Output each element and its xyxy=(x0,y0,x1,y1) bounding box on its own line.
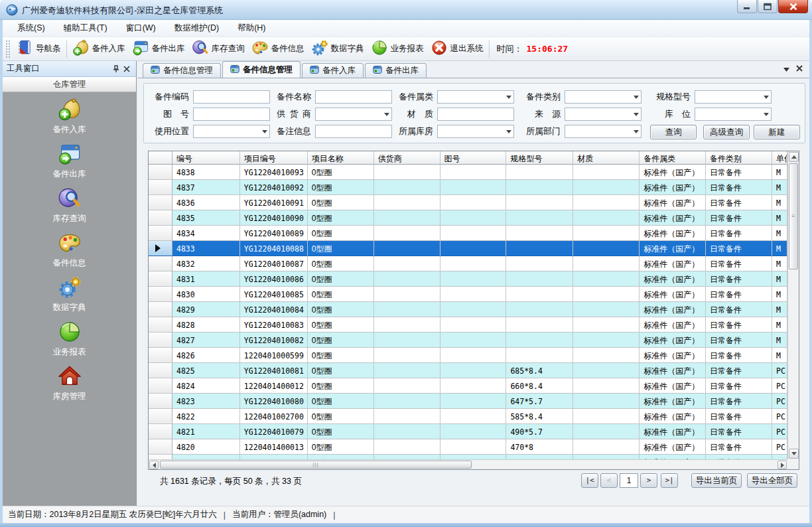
row-selector-cell[interactable] xyxy=(149,165,172,180)
row-selector-cell[interactable] xyxy=(149,226,172,241)
minimize-button[interactable] xyxy=(737,0,757,13)
new-button[interactable]: 新建 xyxy=(754,125,800,139)
table-row[interactable]: 4830YG122040100850型圈标准件（国产）日常备件M xyxy=(149,287,787,302)
horizontal-scroll-thumb[interactable]: ||| xyxy=(160,461,472,469)
column-header[interactable]: 编号 xyxy=(172,151,240,165)
export-current-page-button[interactable]: 导出当前页 xyxy=(691,473,742,488)
table-row[interactable]: 4832YG122040100870型圈标准件（国产）日常备件M xyxy=(149,256,787,271)
search-select[interactable] xyxy=(315,108,392,121)
sidebar-item-5[interactable]: 数据字典 xyxy=(3,275,136,311)
toolbar-button[interactable]: 导航条 xyxy=(13,39,64,59)
search-select[interactable] xyxy=(565,125,642,138)
row-selector-cell[interactable] xyxy=(149,439,172,455)
column-header[interactable]: 图号 xyxy=(440,151,507,165)
tab-1[interactable]: 备件信息管理 xyxy=(143,63,221,78)
column-header[interactable]: 材质 xyxy=(573,151,640,165)
row-selector-cell[interactable] xyxy=(149,210,172,226)
row-selector-cell[interactable] xyxy=(149,180,172,195)
toolbar-button[interactable]: 备件入库 xyxy=(69,39,129,59)
row-selector-cell[interactable] xyxy=(149,241,172,256)
next-page-button[interactable]: > xyxy=(640,473,657,488)
row-selector-cell[interactable] xyxy=(149,195,172,210)
table-row[interactable]: 482412204014000120型圈660*8.4标准件（国产）日常备件PC xyxy=(149,378,787,394)
column-header[interactable]: 备件类别 xyxy=(706,151,772,165)
row-selector-cell[interactable] xyxy=(149,256,172,271)
search-select[interactable] xyxy=(193,125,270,138)
row-selector-cell[interactable] xyxy=(149,333,172,348)
table-row[interactable]: 4823YG122040100800型圈647*5.7标准件（国产）日常备件PC xyxy=(149,394,787,409)
table-row[interactable]: 4838YG122040100930型圈标准件（国产）日常备件M xyxy=(149,165,787,180)
tab-scroll-down-icon[interactable] xyxy=(783,64,789,74)
row-selector-cell[interactable] xyxy=(149,287,172,302)
search-select[interactable] xyxy=(437,90,514,104)
search-select[interactable] xyxy=(437,125,514,138)
table-row[interactable]: 4829YG122040100840型圈标准件（国产）日常备件M xyxy=(149,302,787,317)
table-row[interactable]: 4827YG122040100820型圈标准件（国产）日常备件M xyxy=(149,333,787,348)
column-header[interactable]: 项目编号 xyxy=(240,151,308,165)
search-select[interactable] xyxy=(565,90,642,104)
sidebar-item-6[interactable]: 业务报表 xyxy=(3,320,136,355)
toolbar-button[interactable]: 备件出库 xyxy=(129,39,188,59)
search-input[interactable] xyxy=(193,90,270,104)
first-page-button[interactable]: |< xyxy=(581,473,598,488)
row-selector-header[interactable] xyxy=(149,151,172,165)
table-row[interactable]: 4836YG122040100910型圈标准件（国产）日常备件M xyxy=(149,195,787,210)
table-row[interactable]: 4833YG122040100880型圈标准件（国产）日常备件M xyxy=(149,241,787,256)
row-selector-cell[interactable] xyxy=(149,317,172,333)
toolbar-button[interactable]: 业务报表 xyxy=(368,39,427,59)
row-selector-cell[interactable] xyxy=(149,348,172,363)
search-input[interactable] xyxy=(437,108,514,121)
search-input[interactable] xyxy=(193,108,270,121)
close-panel-icon[interactable] xyxy=(121,64,132,74)
table-row[interactable]: 4825YG122040100810型圈685*8.4标准件（国产）日常备件PC xyxy=(149,363,787,378)
maximize-button[interactable] xyxy=(758,0,778,13)
row-selector-cell[interactable] xyxy=(149,409,172,424)
scroll-right-button[interactable] xyxy=(778,461,787,469)
toolbar-grip[interactable] xyxy=(6,40,10,58)
search-input[interactable] xyxy=(315,90,392,104)
row-selector-cell[interactable] xyxy=(149,455,172,459)
pin-icon[interactable] xyxy=(111,64,121,74)
toolbar-button[interactable]: 退出系统 xyxy=(427,39,487,59)
menu-item[interactable]: 帮助(H) xyxy=(228,20,275,37)
search-select[interactable] xyxy=(695,108,772,121)
column-header[interactable]: 单位 xyxy=(772,151,787,165)
row-selector-cell[interactable] xyxy=(149,394,172,409)
table-row[interactable]: 482012204014000130型圈470*8标准件（国产）日常备件PC xyxy=(149,439,787,455)
scroll-up-button[interactable] xyxy=(789,152,799,162)
tab-4[interactable]: 备件出库 xyxy=(365,63,427,78)
page-number-input[interactable]: 1 xyxy=(620,473,638,488)
prev-page-button[interactable]: < xyxy=(600,473,618,488)
sidebar-item-1[interactable]: 备件入库 xyxy=(3,98,136,133)
horizontal-scrollbar[interactable]: ||| xyxy=(149,459,787,469)
table-row[interactable]: 4834YG122040100890型圈标准件（国产）日常备件M xyxy=(149,226,787,241)
menu-item[interactable]: 数据维护(D) xyxy=(165,20,228,37)
column-header[interactable]: 项目名称 xyxy=(308,151,374,165)
table-row[interactable]: 4837YG122040100920型圈标准件（国产）日常备件M xyxy=(149,180,787,195)
menu-item[interactable]: 窗口(W) xyxy=(117,20,165,37)
vertical-scrollbar[interactable]: ≡ xyxy=(787,151,799,459)
row-selector-cell[interactable] xyxy=(149,424,172,439)
menu-item[interactable]: 辅助工具(T) xyxy=(54,20,117,37)
sidebar-item-3[interactable]: 库存查询 xyxy=(3,187,136,222)
row-selector-cell[interactable] xyxy=(149,302,172,317)
row-selector-cell[interactable] xyxy=(149,271,172,287)
last-page-button[interactable]: >| xyxy=(661,473,678,488)
sidebar-item-7[interactable]: 库房管理 xyxy=(3,364,136,400)
search-select[interactable] xyxy=(565,108,642,121)
export-all-pages-button[interactable]: 导出全部页 xyxy=(747,473,797,488)
search-select[interactable] xyxy=(695,90,772,104)
table-row[interactable]: 0型圈标准件（国产）日常备件 xyxy=(149,455,787,459)
table-row[interactable]: 4835YG122040100900型圈标准件（国产）日常备件M xyxy=(149,210,787,226)
tab-2[interactable]: 备件信息管理 xyxy=(222,61,301,78)
toolbar-button[interactable]: 备件信息 xyxy=(248,39,308,59)
close-button[interactable] xyxy=(778,0,808,13)
row-selector-cell[interactable] xyxy=(149,363,172,378)
menu-item[interactable]: 系统(S) xyxy=(8,20,54,37)
scroll-down-button[interactable] xyxy=(789,449,799,459)
toolbar-button[interactable]: 库存查询 xyxy=(188,39,248,59)
query-button[interactable]: 查询 xyxy=(650,125,697,139)
column-header[interactable]: 供货商 xyxy=(374,151,440,165)
column-header[interactable]: 备件属类 xyxy=(640,151,706,165)
tab-3[interactable]: 备件入库 xyxy=(302,63,364,78)
